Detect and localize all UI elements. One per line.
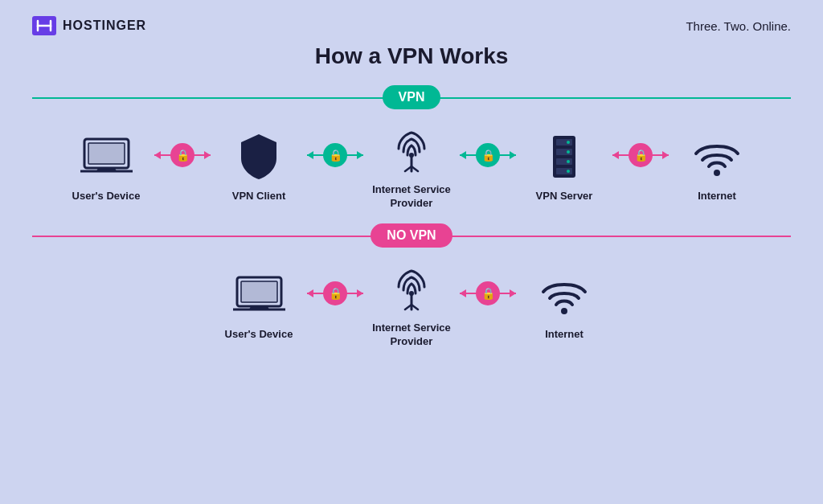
server-icon — [545, 129, 583, 185]
vpn-item-internet: Internet — [669, 129, 765, 203]
vpn-item-isp: Internet ServiceProvider — [363, 122, 460, 211]
vpn-connector-3: 🔒 — [460, 141, 516, 169]
svg-marker-10 — [357, 151, 363, 159]
logo-text: HOSTINGER — [63, 18, 146, 33]
novpn-item-device: User's Device — [211, 267, 307, 342]
shield-icon — [238, 129, 280, 185]
vpn-isp-label: Internet ServiceProvider — [372, 183, 451, 211]
svg-rect-37 — [241, 281, 277, 302]
svg-marker-41 — [307, 289, 313, 297]
vpn-device-label: User's Device — [72, 190, 141, 203]
svg-point-29 — [567, 170, 570, 173]
vpn-client-label: VPN Client — [232, 190, 285, 203]
novpn-item-internet: Internet — [516, 267, 612, 342]
svg-point-51 — [561, 308, 567, 314]
svg-marker-17 — [510, 151, 516, 159]
vpn-connector-1: 🔒 — [154, 141, 211, 169]
vpn-divider: VPN — [32, 85, 791, 109]
svg-point-28 — [567, 160, 570, 163]
svg-point-45 — [409, 291, 414, 296]
novpn-wifi-icon — [540, 267, 588, 323]
svg-point-15 — [409, 153, 414, 158]
svg-marker-48 — [460, 289, 466, 297]
page-title: How a VPN Works — [32, 43, 791, 69]
svg-text:🔒: 🔒 — [329, 287, 343, 301]
novpn-tower-icon — [391, 260, 432, 317]
svg-point-35 — [714, 170, 720, 176]
hostinger-logo-icon — [32, 16, 56, 35]
novpn-badge: NO VPN — [371, 223, 452, 248]
vpn-diagram-row: User's Device 🔒 VPN Cl — [32, 122, 791, 211]
wifi-icon — [693, 129, 741, 185]
vpn-section: VPN User's Device — [32, 85, 791, 211]
svg-text:🔒: 🔒 — [481, 149, 496, 162]
svg-marker-5 — [204, 151, 211, 159]
novpn-device-label: User's Device — [225, 328, 293, 342]
vpn-internet-label: Internet — [698, 190, 736, 203]
novpn-internet-label: Internet — [545, 328, 583, 342]
svg-text:🔒: 🔒 — [176, 149, 190, 162]
novpn-connector-1: 🔒 — [307, 280, 363, 307]
novpn-item-isp: Internet ServiceProvider — [363, 260, 460, 349]
novpn-connector-2: 🔒 — [460, 280, 516, 307]
novpn-laptop-icon — [233, 267, 285, 323]
vpn-server-label: VPN Server — [536, 190, 593, 203]
svg-rect-2 — [88, 143, 125, 164]
svg-marker-47 — [510, 289, 516, 297]
svg-marker-32 — [612, 151, 619, 159]
svg-marker-18 — [460, 151, 466, 159]
novpn-section: NO VPN User's Device — [32, 223, 791, 349]
vpn-connector-2: 🔒 — [307, 141, 363, 169]
tagline: Three. Two. Online. — [686, 19, 791, 33]
vpn-item-client: VPN Client — [211, 129, 307, 203]
svg-marker-40 — [357, 289, 363, 297]
vpn-connector-4: 🔒 — [612, 141, 669, 169]
page-wrapper: HOSTINGER Three. Two. Online. How a VPN … — [0, 0, 823, 504]
svg-text:🔒: 🔒 — [634, 149, 649, 162]
svg-marker-11 — [307, 151, 313, 159]
vpn-item-device: User's Device — [58, 129, 154, 203]
svg-text:🔒: 🔒 — [481, 287, 496, 301]
svg-point-27 — [567, 150, 570, 154]
vpn-badge: VPN — [383, 85, 441, 109]
svg-text:🔒: 🔒 — [329, 149, 343, 162]
novpn-divider: NO VPN — [32, 223, 791, 248]
header: HOSTINGER Three. Two. Online. — [32, 16, 791, 35]
svg-marker-31 — [662, 151, 669, 159]
laptop-icon — [80, 129, 133, 185]
vpn-item-server: VPN Server — [516, 129, 612, 203]
logo: HOSTINGER — [32, 16, 146, 35]
novpn-diagram-row: User's Device 🔒 — [32, 260, 791, 349]
tower-icon — [391, 122, 432, 178]
novpn-isp-label: Internet ServiceProvider — [372, 322, 451, 349]
svg-marker-6 — [154, 151, 161, 159]
svg-point-26 — [567, 141, 570, 144]
